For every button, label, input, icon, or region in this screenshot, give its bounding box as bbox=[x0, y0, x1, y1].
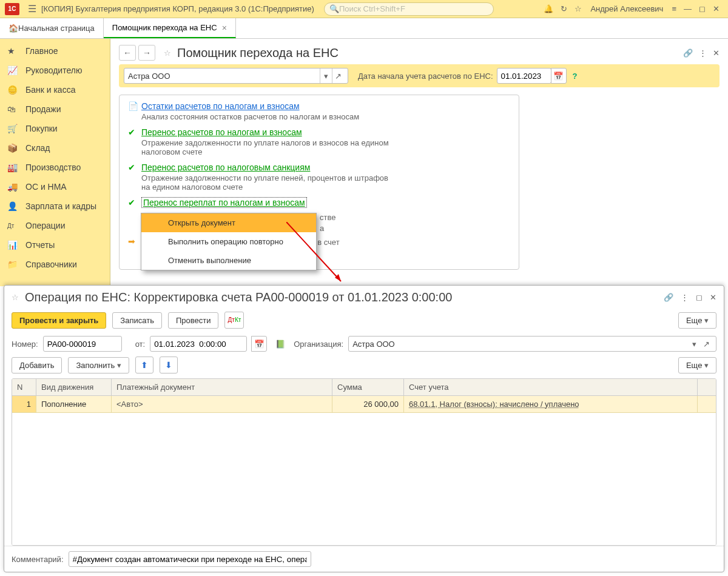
grid-body[interactable] bbox=[12, 413, 716, 545]
close-panel-icon[interactable]: ✕ bbox=[713, 49, 720, 58]
sidebar-item-bank[interactable]: 🪙Банк и касса bbox=[0, 80, 110, 99]
help-icon[interactable]: ? bbox=[573, 72, 578, 81]
sidebar-item-stock[interactable]: 📦Склад bbox=[0, 138, 110, 158]
col-n[interactable]: N bbox=[12, 379, 36, 395]
kebab-icon[interactable]: ⋮ bbox=[699, 49, 707, 58]
doc-header: ☆ Операция по ЕНС: Корректировка счета Р… bbox=[4, 286, 724, 309]
col-sum[interactable]: Сумма bbox=[332, 379, 404, 395]
content-header: ← → ☆ Помощник перехода на ЕНС 🔗 ⋮ ✕ bbox=[110, 39, 728, 64]
account-link[interactable]: 68.01.1, Налог (взносы): начислено / упл… bbox=[409, 400, 579, 409]
sidebar-item-label: Производство bbox=[25, 162, 81, 172]
org-combo[interactable]: Астра ООО ▾ ↗ bbox=[348, 336, 716, 352]
grid: N Вид движения Платежный документ Сумма … bbox=[12, 378, 716, 546]
maximize-icon[interactable]: ◻ bbox=[699, 4, 706, 13]
step-link[interactable]: Остатки расчетов по налогам и взносам bbox=[141, 101, 300, 111]
fill-button[interactable]: Заполнить bbox=[68, 357, 129, 373]
post-button[interactable]: Провести bbox=[168, 312, 219, 329]
global-search[interactable]: 🔍 Поиск Ctrl+Shift+F bbox=[324, 2, 494, 16]
col-payment-doc[interactable]: Платежный документ bbox=[112, 379, 332, 395]
sidebar-item-operations[interactable]: ДтОперации bbox=[0, 216, 110, 235]
document-window: ☆ Операция по ЕНС: Корректировка счета Р… bbox=[4, 285, 724, 572]
star-icon[interactable]: ☆ bbox=[575, 4, 582, 13]
sidebar-item-sales[interactable]: 🛍Продажи bbox=[0, 99, 110, 119]
move-up-button[interactable]: ⬆ bbox=[135, 357, 153, 373]
more-button-2[interactable]: Еще bbox=[678, 357, 716, 373]
tab-ens-helper[interactable]: Помощник перехода на ЕНС × bbox=[104, 18, 236, 38]
link-icon[interactable]: 🔗 bbox=[683, 49, 693, 58]
sidebar-item-production[interactable]: 🏭Производство bbox=[0, 158, 110, 177]
tab-close-icon[interactable]: × bbox=[222, 23, 227, 33]
sidebar-item-purchases[interactable]: 🛒Покупки bbox=[0, 119, 110, 138]
bell-icon[interactable]: 🔔 bbox=[544, 4, 553, 13]
cell-movement: Пополнение bbox=[36, 396, 112, 412]
add-row-button[interactable]: Добавить bbox=[12, 357, 62, 373]
step-item: 📄 Остатки расчетов по налогам и взносам … bbox=[128, 101, 510, 121]
step-link[interactable]: Перенос переплат по налогам и взносам bbox=[141, 197, 307, 208]
history-icon[interactable]: ↻ bbox=[561, 4, 567, 13]
step-desc: Отражение задолженности по уплате налого… bbox=[141, 138, 396, 156]
arrow-right-icon: ➡ bbox=[128, 236, 141, 257]
date-input[interactable] bbox=[150, 336, 247, 352]
sidebar-item-assets[interactable]: 🚚ОС и НМА bbox=[0, 177, 110, 196]
post-and-close-button[interactable]: Провести и закрыть bbox=[12, 312, 106, 329]
burger-icon[interactable]: ☰ bbox=[28, 3, 36, 15]
write-button[interactable]: Записать bbox=[112, 312, 162, 329]
sidebar-item-payroll[interactable]: 👤Зарплата и кадры bbox=[0, 196, 110, 216]
check-icon: ✔ bbox=[128, 198, 141, 207]
nav-forward-button[interactable]: → bbox=[138, 45, 155, 61]
col-movement[interactable]: Вид движения bbox=[36, 379, 112, 395]
calendar-button[interactable]: 📅 bbox=[551, 68, 567, 84]
link-icon[interactable]: 🔗 bbox=[664, 293, 673, 302]
sidebar-item-catalogs[interactable]: 📁Справочники bbox=[0, 255, 110, 274]
masked-text: стве bbox=[320, 213, 335, 222]
tab-ens-helper-label: Помощник перехода на ЕНС bbox=[112, 23, 217, 32]
ctx-open-document[interactable]: Открыть документ bbox=[141, 213, 316, 232]
nav-back-button[interactable]: ← bbox=[119, 45, 136, 61]
close-window-icon[interactable]: ✕ bbox=[713, 4, 720, 13]
user-name[interactable]: Андрей Алексеевич bbox=[590, 4, 663, 13]
chevron-down-icon[interactable]: ▾ bbox=[320, 69, 332, 83]
page-title: Помощник перехода на ЕНС bbox=[177, 46, 339, 60]
chevron-down-icon[interactable]: ▾ bbox=[688, 340, 700, 349]
move-down-button[interactable]: ⬇ bbox=[160, 357, 178, 373]
doc-footer: Комментарий: bbox=[4, 546, 724, 572]
grid-header: N Вид движения Платежный документ Сумма … bbox=[12, 379, 716, 396]
sidebar-item-reports[interactable]: 📊Отчеты bbox=[0, 235, 110, 255]
search-placeholder: Поиск Ctrl+Shift+F bbox=[339, 4, 405, 13]
close-doc-icon[interactable]: ✕ bbox=[710, 293, 716, 302]
org-selector[interactable]: Астра ООО ▾ ↗ bbox=[124, 68, 348, 84]
more-button[interactable]: Еще bbox=[678, 312, 716, 329]
kebab-icon[interactable]: ⋮ bbox=[681, 293, 689, 302]
dtkt-movements-button[interactable]: ДтКт bbox=[224, 312, 244, 329]
filter-row: Астра ООО ▾ ↗ Дата начала учета расчетов… bbox=[119, 64, 720, 87]
open-ref-icon[interactable]: ↗ bbox=[332, 69, 344, 83]
favorite-star-icon[interactable]: ☆ bbox=[164, 49, 171, 58]
ctx-rerun-operation[interactable]: Выполнить операцию повторно bbox=[141, 232, 316, 251]
col-account[interactable]: Счет учета bbox=[404, 379, 698, 395]
list-icon[interactable]: 📗 bbox=[275, 340, 285, 349]
num-input[interactable] bbox=[43, 336, 122, 352]
date-label: Дата начала учета расчетов по ЕНС: bbox=[358, 72, 493, 81]
doc-toolbar: Провести и закрыть Записать Провести ДтК… bbox=[4, 309, 724, 335]
bag-icon: 🛍 bbox=[7, 104, 19, 114]
step-link[interactable]: Перенос расчетов по налогам и взносам bbox=[141, 127, 302, 137]
tab-home-label: Начальная страница bbox=[18, 24, 95, 33]
settings-icon[interactable]: ≡ bbox=[672, 4, 676, 13]
sidebar-item-manager[interactable]: 📈Руководителю bbox=[0, 61, 110, 80]
grid-row[interactable]: 1 Пополнение <Авто> 26 000,00 68.01.1, Н… bbox=[12, 396, 716, 413]
minimize-icon[interactable]: — bbox=[684, 4, 692, 13]
favorite-star-icon[interactable]: ☆ bbox=[12, 293, 19, 302]
tab-home[interactable]: 🏠 Начальная страница bbox=[0, 18, 104, 38]
sidebar-item-main[interactable]: ★Главное bbox=[0, 41, 110, 61]
maximize-icon[interactable]: ◻ bbox=[696, 293, 703, 302]
calendar-button[interactable]: 📅 bbox=[251, 336, 267, 352]
step-item-selected: ✔ Перенос переплат по налогам и взносам bbox=[128, 198, 510, 207]
comment-input[interactable] bbox=[69, 551, 311, 567]
ctx-cancel-execution[interactable]: Отменить выполнение bbox=[141, 251, 316, 270]
open-ref-icon[interactable]: ↗ bbox=[700, 340, 712, 349]
date-input[interactable] bbox=[497, 68, 551, 84]
step-link[interactable]: Перенос расчетов по налоговым санкциям bbox=[141, 162, 310, 172]
col-extra bbox=[698, 379, 716, 395]
sidebar-item-label: Отчеты bbox=[25, 240, 55, 250]
sidebar-item-label: Операции bbox=[25, 221, 66, 230]
